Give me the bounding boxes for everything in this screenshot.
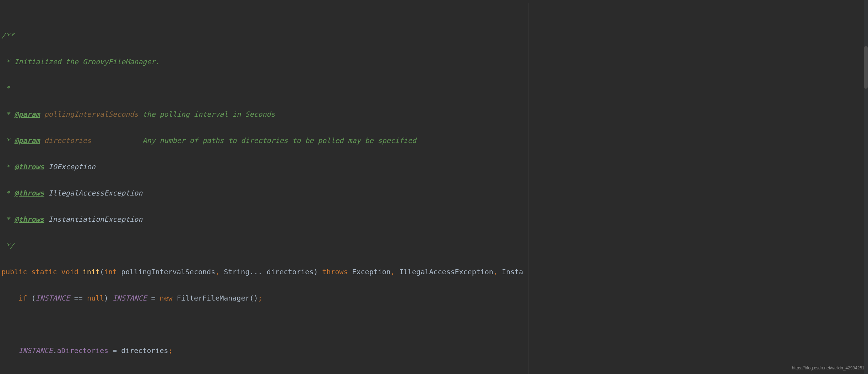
javadoc-star: *	[1, 84, 10, 92]
variable-ref: pollingIntervalSeconds	[164, 373, 258, 374]
javadoc-throws-name: InstantiationException	[44, 215, 142, 224]
static-field: INSTANCE	[18, 346, 53, 355]
vertical-scrollbar[interactable]	[864, 0, 868, 374]
method-name: init	[83, 268, 100, 276]
javadoc-star: *	[1, 163, 14, 171]
code-line: public static void init(int pollingInter…	[0, 265, 868, 279]
scrollbar-thumb[interactable]	[864, 46, 868, 89]
code-line: INSTANCE.pollingIntervalSeconds = pollin…	[0, 370, 868, 374]
paren-open: (	[249, 294, 254, 302]
varargs: ...	[249, 268, 262, 276]
code-line: * @throws InstantiationException	[0, 213, 868, 226]
operator-assign: =	[151, 294, 156, 302]
javadoc-description: Initialized the GroovyFileManager.	[14, 57, 159, 66]
paren-open: (	[100, 268, 104, 276]
param-type: String	[224, 268, 249, 276]
keyword-if: if	[18, 294, 27, 302]
code-line: * Initialized the GroovyFileManager.	[0, 55, 868, 68]
javadoc-param-tag: @param	[14, 110, 40, 119]
code-line: * @throws IllegalAccessException	[0, 187, 868, 200]
code-line: * @param directories Any number of paths…	[0, 134, 868, 147]
semicolon: ;	[258, 294, 262, 302]
param-name: directories	[267, 268, 314, 276]
javadoc-star: *	[1, 57, 14, 66]
comma: ,	[493, 268, 498, 276]
field-ref: pollingIntervalSeconds	[57, 373, 151, 374]
javadoc-start: /**	[1, 31, 14, 40]
code-editor[interactable]: /** * Initialized the GroovyFileManager.…	[0, 3, 868, 374]
javadoc-throws-tag: @throws	[14, 215, 44, 224]
javadoc-param-desc: the polling interval in Seconds	[138, 110, 275, 119]
right-margin-line	[528, 3, 528, 374]
operator-assign: =	[113, 346, 117, 355]
code-line-blank	[0, 318, 868, 331]
keyword-int: int	[104, 268, 117, 276]
javadoc-param-name: directories	[40, 136, 138, 145]
code-line: */	[0, 239, 868, 252]
exception-type: Exception	[352, 268, 390, 276]
exception-type: Insta	[502, 268, 523, 276]
code-line: *	[0, 82, 868, 95]
keyword-null: null	[87, 294, 104, 302]
javadoc-star: *	[1, 136, 14, 145]
paren-close: )	[104, 294, 108, 302]
javadoc-param-name: pollingIntervalSeconds	[40, 110, 138, 119]
keyword-new: new	[160, 294, 173, 302]
keyword-public: public	[1, 268, 27, 276]
variable-ref: directories	[121, 346, 168, 355]
javadoc-throws-name: IllegalAccessException	[44, 189, 142, 197]
code-line: * @param pollingIntervalSeconds the poll…	[0, 108, 868, 121]
static-field: INSTANCE	[36, 294, 70, 302]
keyword-static: static	[31, 268, 57, 276]
exception-type: IllegalAccessException	[399, 268, 493, 276]
comma: ,	[215, 268, 219, 276]
paren-close: )	[254, 294, 258, 302]
javadoc-end: */	[1, 241, 14, 250]
constructor-call: FilterFileManager	[177, 294, 250, 302]
javadoc-star: *	[1, 215, 14, 224]
comma: ,	[391, 268, 395, 276]
code-line: /**	[0, 29, 868, 42]
semicolon: ;	[168, 346, 173, 355]
javadoc-throws-name: IOException	[44, 163, 96, 171]
paren-close: )	[314, 268, 318, 276]
paren-open: (	[31, 294, 36, 302]
field-ref: aDirectories	[57, 346, 109, 355]
code-line: * @throws IOException	[0, 160, 868, 174]
javadoc-star: *	[1, 189, 14, 197]
param-name: pollingIntervalSeconds	[121, 268, 215, 276]
javadoc-throws-tag: @throws	[14, 189, 44, 197]
operator-assign: =	[156, 373, 160, 374]
watermark-text: https://blog.csdn.net/weixin_42994251	[792, 364, 864, 372]
dot: .	[53, 373, 57, 374]
javadoc-star: *	[1, 110, 14, 119]
static-field: INSTANCE	[18, 373, 53, 374]
keyword-void: void	[61, 268, 78, 276]
code-line: if (INSTANCE == null) INSTANCE = new Fil…	[0, 292, 868, 305]
javadoc-throws-tag: @throws	[14, 163, 44, 171]
dot: .	[53, 346, 57, 355]
code-line: INSTANCE.aDirectories = directories;	[0, 344, 868, 357]
keyword-throws: throws	[322, 268, 348, 276]
operator-eq: ==	[74, 294, 83, 302]
javadoc-param-tag: @param	[14, 136, 40, 145]
semicolon: ;	[258, 373, 262, 374]
javadoc-param-desc: Any number of paths to directories to be…	[138, 136, 416, 145]
static-field: INSTANCE	[113, 294, 147, 302]
